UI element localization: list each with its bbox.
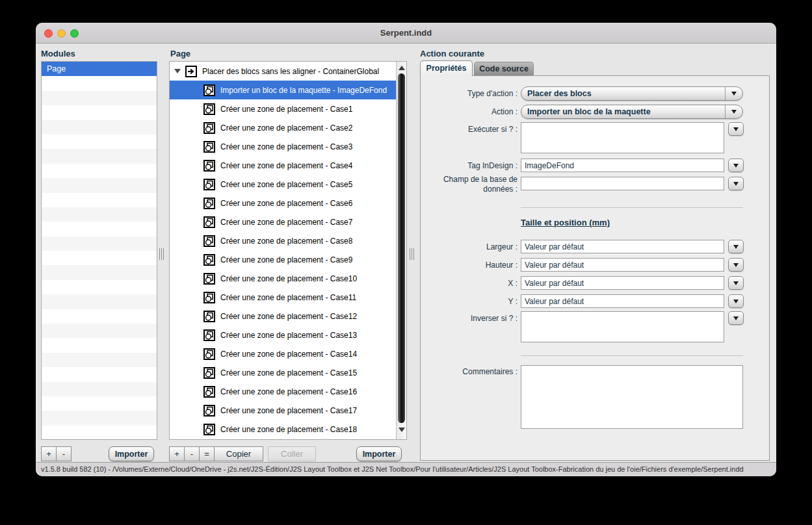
module-list-empty-row[interactable]: [42, 91, 157, 105]
scroll-down-icon[interactable]: [399, 428, 405, 432]
inverser-si-textarea[interactable]: [521, 311, 724, 342]
executer-si-textarea[interactable]: [521, 122, 724, 153]
size-position-section-title: Taille et position (mm): [521, 218, 610, 227]
module-list-empty-row[interactable]: [42, 265, 157, 279]
champ-bdd-dropdown-button[interactable]: [728, 177, 744, 190]
largeur-label: Largeur :: [425, 242, 517, 252]
tree-row[interactable]: Créer une zone de placement - Case7: [170, 212, 396, 231]
remove-action-button[interactable]: -: [184, 446, 200, 461]
type-action-label: Type d'action :: [425, 89, 517, 99]
largeur-dropdown-button[interactable]: [728, 240, 744, 253]
tree-row[interactable]: Créer une zone de placement - Case3: [170, 137, 396, 156]
splitter-handle[interactable]: [410, 248, 415, 260]
module-list-empty-row[interactable]: [42, 222, 157, 236]
module-list-empty-row[interactable]: [42, 309, 157, 324]
equal-action-button[interactable]: =: [199, 446, 215, 461]
tree-row[interactable]: Créer une zone de placement - Case12: [170, 307, 396, 326]
y-dropdown-button[interactable]: [728, 294, 744, 308]
x-dropdown-button[interactable]: [728, 276, 744, 290]
module-list-empty-row[interactable]: [42, 338, 157, 352]
tree-row[interactable]: Créer une zone de placement - Case6: [170, 194, 396, 212]
hauteur-input[interactable]: [521, 258, 724, 272]
app-window: Serpent.indd Modules Page Action courant…: [36, 23, 776, 476]
hauteur-dropdown-button[interactable]: [728, 258, 744, 272]
module-list-empty-row[interactable]: [42, 149, 157, 163]
tree-row-label: Créer une zone de placement - Case18: [220, 425, 357, 434]
tree-row[interactable]: Créer une zone de placement - Case1: [170, 99, 396, 118]
zoom-window-button[interactable]: [70, 29, 79, 38]
tree-row-label: Créer une zone de placement - Case2: [220, 123, 352, 133]
largeur-input[interactable]: [521, 240, 724, 253]
tree-row-container[interactable]: Placer des blocs sans les aligner - Cont…: [170, 62, 396, 81]
module-list-empty-row[interactable]: [42, 367, 157, 381]
inverser-si-dropdown-button[interactable]: [728, 311, 744, 325]
type-action-value: Placer des blocs: [521, 89, 725, 98]
tree-row[interactable]: Importer un bloc de la maquette - ImageD…: [170, 81, 396, 99]
tree-row[interactable]: Créer une zone de placement - Case8: [170, 231, 396, 250]
module-list-empty-row[interactable]: [42, 120, 157, 134]
tree-row[interactable]: Créer une zone de placement - Case11: [170, 288, 396, 307]
module-list-empty-row[interactable]: [42, 396, 157, 411]
splitter-handle[interactable]: [159, 248, 164, 260]
tree-row[interactable]: Créer une zone de placement - Case10: [170, 269, 396, 288]
module-list-empty-row[interactable]: [42, 411, 157, 425]
module-list-empty-row[interactable]: [42, 193, 157, 207]
module-list-empty-row[interactable]: [42, 237, 157, 251]
tree-row[interactable]: Créer une zone de placement - Case14: [170, 344, 396, 363]
paste-button[interactable]: Coller: [268, 446, 316, 461]
champ-bdd-input[interactable]: [521, 177, 724, 190]
chevron-down-icon: [725, 105, 742, 118]
action-select[interactable]: Importer un bloc de la maquette: [521, 105, 743, 119]
tree-scrollbar-thumb[interactable]: [398, 73, 405, 423]
tree-row[interactable]: Créer une zone de placement - Case9: [170, 250, 396, 269]
module-list-empty-row[interactable]: [42, 134, 157, 149]
import-actions-button[interactable]: Importer: [356, 446, 402, 461]
y-input[interactable]: [521, 294, 724, 308]
module-list-empty-row[interactable]: [42, 426, 157, 440]
tree-row-label: Créer une zone de placement - Case11: [220, 293, 356, 302]
import-modules-button[interactable]: Importer: [109, 446, 154, 461]
tree-row[interactable]: Créer une zone de placement - Case13: [170, 326, 396, 344]
tree-row[interactable]: Créer une zone de placement - Case18: [170, 420, 396, 439]
add-action-button[interactable]: +: [169, 446, 185, 461]
tag-indesign-dropdown-button[interactable]: [728, 159, 744, 172]
tree-scrollbar[interactable]: [396, 62, 406, 439]
x-input[interactable]: [521, 276, 724, 290]
minimize-window-button[interactable]: [57, 29, 66, 38]
disclosure-triangle-icon[interactable]: [174, 69, 181, 73]
module-list-empty-row[interactable]: [42, 76, 157, 90]
module-list-empty-row[interactable]: [42, 178, 157, 192]
module-list-empty-row[interactable]: [42, 105, 157, 120]
module-list-item[interactable]: Page: [42, 62, 157, 76]
tree-row[interactable]: Créer une zone de placement - Case4: [170, 156, 396, 175]
type-action-select[interactable]: Placer des blocs: [521, 86, 743, 101]
tree-row-label: Créer une zone de placement - Case12: [220, 312, 357, 321]
tree-row[interactable]: Créer une zone de placement - Case17: [170, 401, 396, 420]
close-window-button[interactable]: [44, 29, 53, 38]
copy-button[interactable]: Copier: [214, 446, 263, 461]
actions-tree: Placer des blocs sans les aligner - Cont…: [169, 61, 407, 440]
add-module-button[interactable]: +: [41, 446, 57, 461]
module-list-empty-row[interactable]: [42, 353, 157, 367]
module-list-empty-row[interactable]: [42, 294, 157, 309]
module-list-empty-row[interactable]: [42, 251, 157, 265]
tag-indesign-input[interactable]: [521, 159, 724, 172]
remove-module-button[interactable]: -: [56, 446, 72, 461]
tree-row[interactable]: Créer une zone de placement - Case16: [170, 382, 396, 401]
tree-row[interactable]: Créer une zone de placement - Case15: [170, 363, 396, 382]
module-list-empty-row[interactable]: [42, 280, 157, 294]
module-list-empty-row[interactable]: [42, 382, 157, 396]
tree-row[interactable]: Créer une zone de placement - Case5: [170, 175, 396, 194]
module-list-empty-row[interactable]: [42, 207, 157, 222]
scroll-up-icon[interactable]: [399, 66, 405, 70]
tree-row[interactable]: [170, 439, 396, 439]
module-list-empty-row[interactable]: [42, 164, 157, 178]
commentaires-textarea[interactable]: [521, 365, 743, 429]
placement-zone-action-icon: [203, 179, 215, 190]
tab-code-source[interactable]: Code source: [474, 62, 534, 75]
modules-list: Page: [41, 61, 157, 440]
tab-proprietes[interactable]: Propriétés: [420, 60, 473, 76]
executer-si-dropdown-button[interactable]: [728, 122, 744, 136]
tree-row[interactable]: Créer une zone de placement - Case2: [170, 118, 396, 137]
module-list-empty-row[interactable]: [42, 324, 157, 338]
